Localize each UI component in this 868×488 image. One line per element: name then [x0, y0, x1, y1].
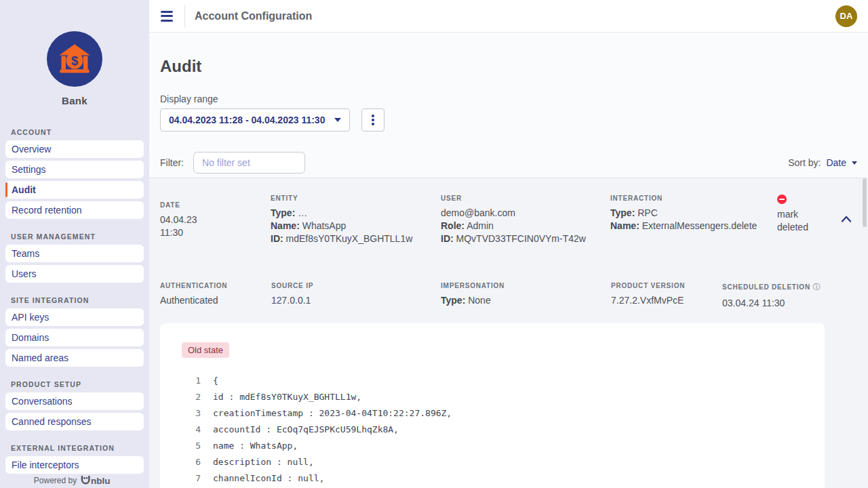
sidebar-item-label: Settings	[12, 164, 46, 175]
svg-text:$: $	[71, 54, 78, 68]
line-text: channelIconId : null,	[213, 470, 324, 487]
nav-section-label: PRODUCT SETUP	[11, 380, 149, 388]
code-line: 6 description : null,	[182, 454, 825, 470]
impersonation-type-key: Type:	[441, 295, 465, 306]
sidebar-item-overview[interactable]: Overview	[5, 140, 144, 158]
user-email: demo@bank.com	[441, 207, 610, 220]
scheduled-deletion-value: 03.04.24 11:30	[722, 297, 821, 310]
scheduled-deletion-column: SCHEDULED DELETION ⓘ 03.04.24 11:30	[722, 282, 821, 310]
sidebar-item-conversations[interactable]: Conversations	[5, 392, 144, 410]
audit-entry-header: DATE 04.04.23 11:30 ENTITY Type: … Name:…	[149, 178, 868, 245]
date-value: 04.04.23	[160, 214, 271, 226]
entity-id-key: ID:	[271, 233, 283, 244]
source-ip-value: 127.0.0.1	[271, 294, 441, 307]
account-logo: $ Bank	[0, 0, 149, 106]
impersonation-column: IMPERSONATION Type: None	[441, 282, 611, 310]
user-role-value: Admin	[467, 220, 494, 231]
interaction-type-value: RPC	[637, 207, 658, 218]
display-range-select[interactable]: 04.04.2023 11:28 - 04.04.2023 11:30	[160, 108, 350, 131]
product-version-label: PRODUCT VERSION	[611, 282, 722, 289]
sidebar-item-users[interactable]: Users	[5, 265, 144, 283]
sidebar-item-label: Conversations	[12, 396, 73, 407]
old-state-badge: Old state	[182, 342, 229, 358]
nav-section-items: Overview Settings Audit Record retention	[0, 140, 149, 219]
entity-name-key: Name:	[271, 220, 300, 231]
bank-icon: $	[57, 41, 92, 77]
authentication-label: AUTHENTICATION	[160, 282, 271, 289]
user-avatar[interactable]: DA	[835, 5, 857, 27]
line-number: 3	[182, 405, 201, 422]
nav-section: SITE INTEGRATION API keys Domains Named …	[0, 296, 149, 367]
code-line: 5 name : WhatsApp,	[182, 438, 825, 454]
minus-circle-icon	[777, 195, 787, 204]
sidebar-item-canned-responses[interactable]: Canned responses	[5, 413, 144, 430]
user-id-key: ID:	[441, 233, 454, 244]
display-range-label: Display range	[160, 94, 868, 104]
authentication-value: Authenticated	[160, 294, 271, 307]
sidebar-item-settings[interactable]: Settings	[5, 161, 144, 178]
nav-section-label: SITE INTEGRATION	[11, 296, 149, 304]
sidebar: $ Bank ACCOUNT Overview Settings Audit R…	[0, 0, 149, 488]
code-block: 1 { 2 id : mdEf8sY0TKuyX_BGHTLL1w, 3 cre…	[182, 373, 825, 488]
sidebar-item-named-areas[interactable]: Named areas	[5, 349, 144, 367]
chevron-down-icon	[852, 161, 857, 165]
sidebar-item-teams[interactable]: Teams	[5, 245, 144, 262]
filter-label: Filter:	[160, 157, 184, 168]
nav-section: EXTERNAL INTEGRATION File interceptors	[0, 444, 149, 474]
entity-column: ENTITY Type: … Name: WhatsApp ID: mdEf8s…	[271, 195, 441, 245]
nav-section-label: USER MANAGEMENT	[11, 232, 149, 241]
more-options-button[interactable]	[361, 108, 384, 131]
nav-section-items: Teams Users	[0, 245, 149, 283]
filter-input[interactable]	[193, 152, 305, 174]
account-name: Bank	[0, 95, 149, 106]
sidebar-item-audit[interactable]: Audit	[5, 181, 144, 199]
old-state-card: Old state 1 { 2 id : mdEf8sY0TKuyX_BGHTL…	[160, 323, 825, 488]
product-version-column: PRODUCT VERSION 7.27.2.VxfMvPcE	[611, 282, 722, 310]
nav-section-label: ACCOUNT	[11, 128, 149, 136]
user-column: USER demo@bank.com Role: Admin ID: MQvTV…	[441, 195, 610, 245]
display-range-row: 04.04.2023 11:28 - 04.04.2023 11:30	[160, 108, 868, 131]
page-title: Audit	[160, 57, 868, 76]
impersonation-value: None	[468, 295, 490, 306]
sidebar-item-record-retention[interactable]: Record retention	[5, 201, 144, 219]
user-role-key: Role:	[441, 220, 465, 231]
info-icon[interactable]: ⓘ	[813, 283, 821, 291]
entity-label: ENTITY	[271, 195, 441, 202]
sidebar-item-label: Teams	[12, 248, 39, 259]
topbar-divider	[184, 5, 185, 28]
nav-section-items: Conversations Canned responses	[0, 392, 149, 430]
line-number: 6	[182, 454, 201, 470]
date-column: DATE 04.04.23 11:30	[160, 195, 271, 245]
sort-by-control[interactable]: Sort by: Date	[788, 157, 857, 168]
sort-by-label: Sort by:	[788, 157, 821, 168]
code-line: 4 accountId : EcOq7qEJSPKcU59LhqZk8A,	[182, 422, 825, 438]
line-number: 4	[182, 422, 201, 438]
audit-entry-details: AUTHENTICATION Authenticated SOURCE IP 1…	[149, 282, 868, 310]
line-text: creationTimestamp : 2023-04-04T10:22:27.…	[213, 405, 452, 422]
chevron-down-icon	[334, 118, 341, 122]
line-text: name : WhatsApp,	[213, 438, 298, 454]
entity-id-value: mdEf8sY0TKuyX_BGHTLL1w	[286, 233, 413, 244]
status-column: mark deleted	[777, 195, 840, 245]
entity-type-value: …	[298, 207, 307, 218]
nav-section: USER MANAGEMENT Teams Users	[0, 232, 149, 283]
source-ip-column: SOURCE IP 127.0.0.1	[271, 282, 441, 310]
collapse-entry-button[interactable]	[841, 214, 852, 245]
svg-text:nblu: nblu	[91, 476, 111, 486]
hamburger-menu-icon[interactable]	[159, 6, 175, 26]
main-area: Account Configuration DA Audit Display r…	[149, 0, 868, 488]
line-number: 5	[182, 438, 201, 454]
product-version-value: 7.27.2.VxfMvPcE	[611, 294, 722, 307]
vertical-scrollbar-thumb[interactable]	[863, 178, 867, 227]
sidebar-item-file-interceptors[interactable]: File interceptors	[5, 456, 144, 474]
time-value: 11:30	[160, 226, 271, 239]
date-label: DATE	[160, 201, 271, 209]
interaction-column: INTERACTION Type: RPC Name: ExternalMess…	[610, 195, 777, 245]
sidebar-item-api-keys[interactable]: API keys	[5, 308, 144, 326]
sidebar-item-label: Users	[12, 268, 37, 279]
sidebar-item-domains[interactable]: Domains	[5, 329, 144, 346]
sidebar-item-label: Canned responses	[12, 416, 92, 427]
nav-section-items: File interceptors	[0, 456, 149, 474]
bank-logo-icon: $	[47, 31, 102, 87]
scheduled-deletion-label: SCHEDULED DELETION	[722, 283, 810, 291]
